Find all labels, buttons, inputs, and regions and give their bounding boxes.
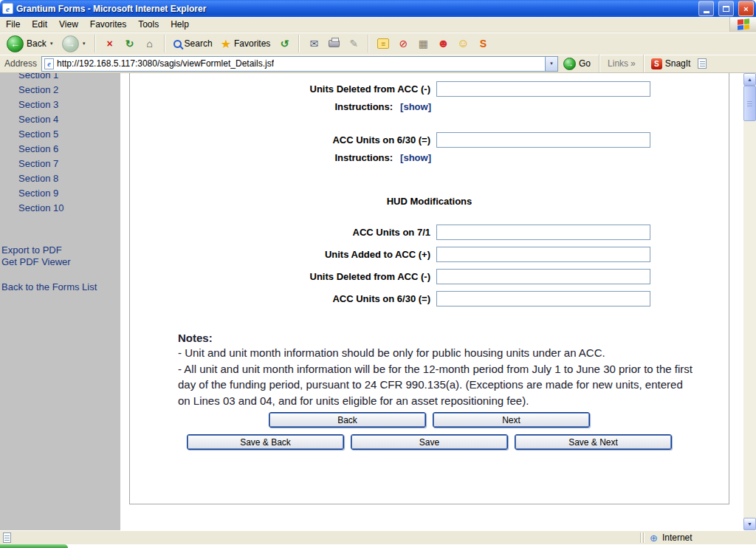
field-label-acc-units-630: ACC Units on 6/30 (=) — [130, 134, 436, 145]
menu-edit[interactable]: Edit — [26, 18, 53, 31]
edit-icon: ✎ — [349, 38, 358, 49]
mail-icon: ✉ — [309, 38, 318, 49]
addon-smiley-yellow-button[interactable]: ☺ — [454, 35, 472, 52]
scrollbar-thumb[interactable] — [743, 86, 756, 121]
refresh-button[interactable]: ↻ — [121, 35, 139, 52]
sidebar-item-section-1[interactable]: Section 1 — [0, 73, 120, 83]
snagit-label: SnagIt — [665, 58, 691, 69]
acc-units-630-input[interactable] — [436, 132, 650, 148]
stop-button[interactable]: × — [101, 35, 119, 52]
taskbar-sliver — [0, 544, 756, 548]
notes-line-1: - Unit and unit month information should… — [178, 345, 695, 361]
sidebar-item-section-6[interactable]: Section 6 — [0, 142, 120, 157]
building-icon: ▦ — [419, 38, 428, 49]
yellow-smiley-icon: ☺ — [457, 37, 469, 50]
start-button-fragment[interactable] — [0, 544, 68, 548]
status-zone-panel: ⊕ Internet — [645, 531, 756, 544]
sidebar-item-section-9[interactable]: Section 9 — [0, 186, 120, 201]
messenger-button[interactable]: ▦ — [414, 35, 432, 52]
sidebar-item-section-5[interactable]: Section 5 — [0, 127, 120, 142]
snagit-toolbar-button[interactable]: S — [474, 35, 492, 52]
form-row: ACC Units on 6/30 (=) — [130, 291, 729, 306]
hud-modifications-title: HUD Modifications — [130, 196, 729, 207]
form-row: ACC Units on 6/30 (=) — [130, 132, 729, 148]
addon-smiley-red-button[interactable]: ☻ — [434, 35, 452, 52]
scroll-down-button[interactable]: ▼ — [743, 518, 756, 530]
sidebar-item-section-7[interactable]: Section 7 — [0, 157, 120, 171]
favorites-button[interactable]: ★ Favorites — [218, 35, 274, 52]
standard-toolbar: ← Back ▼ → ▼ × ↻ ⌂ Search ★ Favorites ↺ … — [0, 32, 756, 55]
menu-tools[interactable]: Tools — [132, 18, 165, 31]
scroll-down-icon: ▼ — [747, 521, 752, 527]
windows-logo — [729, 17, 756, 32]
close-button[interactable]: × — [738, 1, 754, 16]
instructions-label: Instructions: — [334, 152, 393, 163]
refresh-icon: ↻ — [126, 38, 134, 49]
search-button[interactable]: Search — [171, 37, 216, 50]
popup-blocker-button[interactable]: ⊘ — [394, 35, 412, 52]
address-dropdown-button[interactable]: ▼ — [545, 57, 557, 71]
back-icon: ← — [7, 35, 24, 52]
history-button[interactable]: ↺ — [275, 35, 293, 52]
go-label: Go — [579, 58, 591, 69]
save-button[interactable]: Save — [351, 434, 508, 450]
hud-units-added-input[interactable] — [436, 247, 650, 262]
forward-icon: → — [62, 35, 79, 52]
sidebar-item-section-8[interactable]: Section 8 — [0, 171, 120, 186]
save-button-row: Save & Back Save Save & Next — [130, 434, 729, 450]
export-to-pdf-link[interactable]: Export to PDF — [0, 244, 120, 256]
nav-button-row: Back Next — [130, 412, 729, 428]
hud-acc-units-71-input[interactable] — [436, 225, 650, 240]
mail-button[interactable]: ✉ — [305, 35, 323, 52]
home-icon: ⌂ — [146, 38, 152, 49]
sidebar-item-section-4[interactable]: Section 4 — [0, 112, 120, 127]
show-instructions-link[interactable]: [show] — [400, 152, 431, 163]
go-icon: → — [563, 58, 576, 70]
links-button[interactable]: Links » — [603, 58, 640, 69]
vertical-scrollbar[interactable]: ▲ ▼ — [743, 73, 756, 530]
restore-button[interactable] — [718, 1, 734, 16]
hud-acc-units-630-input[interactable] — [436, 291, 650, 306]
window-titlebar: e Grantium Forms - Microsoft Internet Ex… — [0, 0, 756, 17]
minimize-button[interactable] — [698, 1, 714, 16]
edit-button[interactable]: ✎ — [345, 35, 362, 52]
sidebar-item-section-2[interactable]: Section 2 — [0, 83, 120, 97]
menu-view[interactable]: View — [53, 18, 84, 31]
get-pdf-viewer-link[interactable]: Get PDF Viewer — [0, 256, 120, 268]
sidebar-item-section-3[interactable]: Section 3 — [0, 97, 120, 112]
back-form-button[interactable]: Back — [269, 412, 426, 428]
print-icon — [329, 40, 340, 47]
go-button[interactable]: → Go — [558, 58, 596, 70]
research-button[interactable]: ≡ — [374, 35, 392, 52]
links-label: Links — [608, 58, 628, 69]
address-input[interactable]: e http://192.168.5.117:3080/sagis/viewFo… — [41, 56, 558, 72]
menu-favorites[interactable]: Favorites — [84, 18, 132, 31]
restore-icon — [723, 6, 729, 12]
forward-button[interactable]: → ▼ — [59, 34, 89, 54]
units-deleted-input[interactable] — [436, 81, 650, 97]
internet-globe-icon: ⊕ — [650, 532, 658, 544]
sidebar-item-section-10[interactable]: Section 10 — [0, 201, 120, 216]
notes-section: Notes: - Unit and unit month information… — [178, 332, 695, 408]
scroll-up-button[interactable]: ▲ — [743, 73, 756, 86]
search-icon — [173, 40, 182, 48]
back-button[interactable]: ← Back ▼ — [4, 34, 57, 54]
red-smiley-icon: ☻ — [437, 37, 450, 50]
save-and-next-button[interactable]: Save & Next — [515, 434, 672, 450]
show-instructions-link[interactable]: [show] — [400, 101, 431, 112]
addressbar-separator — [599, 55, 600, 72]
save-and-back-button[interactable]: Save & Back — [187, 434, 344, 450]
next-form-button[interactable]: Next — [433, 412, 590, 428]
minimize-icon — [704, 11, 709, 13]
print-button[interactable] — [325, 35, 343, 52]
hud-units-deleted-input[interactable] — [436, 269, 650, 284]
home-button[interactable]: ⌂ — [141, 35, 159, 52]
addressbar-separator — [643, 55, 645, 72]
back-to-forms-list-link[interactable]: Back to the Forms List — [0, 281, 120, 293]
menu-help[interactable]: Help — [165, 18, 195, 31]
snagit-capture-button[interactable] — [694, 58, 710, 69]
notes-title: Notes: — [178, 332, 695, 344]
field-label-hud-units-added: Units Added to ACC (+) — [130, 249, 436, 260]
snagit-address-button[interactable]: S SnagIt — [647, 58, 695, 69]
menu-file[interactable]: File — [0, 18, 26, 31]
